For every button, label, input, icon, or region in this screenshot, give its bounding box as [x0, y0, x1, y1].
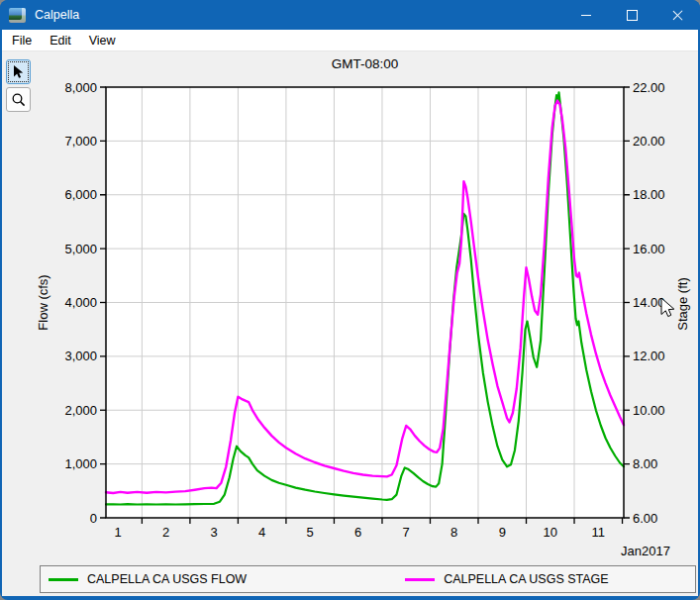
left-tick-label: 5,000 — [64, 242, 97, 256]
x-tick-label: 6 — [354, 525, 361, 540]
caption-buttons — [563, 0, 700, 30]
x-tick-label: 1 — [115, 525, 122, 540]
minimize-button[interactable] — [563, 0, 609, 30]
close-icon — [672, 10, 683, 21]
x-tick-label: 10 — [544, 525, 557, 540]
plot-area[interactable] — [106, 87, 624, 518]
maximize-icon — [627, 10, 638, 21]
chart-panel: 01,0002,0003,0004,0005,0006,0007,0008,00… — [2, 51, 698, 596]
maximize-button[interactable] — [609, 0, 654, 30]
pointer-tool-button[interactable] — [6, 59, 31, 84]
right-tick-label: 6.00 — [633, 511, 657, 526]
close-button[interactable] — [654, 0, 700, 30]
x-tick-label: 5 — [307, 525, 314, 540]
x-tick-label: 7 — [403, 525, 410, 540]
menubar: File Edit View — [2, 30, 698, 51]
stage-line-swatch — [405, 578, 435, 581]
legend-item-flow: CALPELLA CA USGS FLOW — [49, 572, 247, 586]
window-title: Calpella — [35, 8, 79, 22]
right-tick-label: 12.00 — [633, 349, 665, 363]
left-tick-label: 0 — [90, 511, 97, 526]
chart: 01,0002,0003,0004,0005,0006,0007,0008,00… — [0, 0, 700, 600]
right-tick-label: 10.00 — [633, 403, 665, 418]
flow-line-swatch — [49, 578, 78, 581]
magnifier-icon — [11, 92, 27, 108]
app-window: Calpella File Edit View 01,0002,0003,000… — [0, 0, 700, 600]
x-tick-label: 4 — [258, 525, 265, 540]
x-tick-label: 3 — [211, 525, 218, 540]
left-tick-label: 4,000 — [64, 295, 97, 310]
chart-title: GMT-08:00 — [332, 56, 399, 71]
menu-item-file[interactable]: File — [4, 32, 40, 50]
right-tick-label: 20.00 — [633, 134, 665, 149]
chart-legend: CALPELLA CA USGS FLOW CALPELLA CA USGS S… — [40, 565, 696, 593]
zoom-tool-button[interactable] — [6, 87, 31, 112]
right-tick-label: 22.00 — [633, 80, 665, 95]
legend-item-stage: CALPELLA CA USGS STAGE — [405, 572, 609, 586]
titlebar[interactable]: Calpella — [0, 0, 700, 30]
menu-item-edit[interactable]: Edit — [42, 32, 79, 50]
left-tick-label: 2,000 — [64, 403, 97, 418]
x-tick-label: 11 — [592, 525, 606, 540]
app-icon — [9, 8, 26, 23]
x-axis-corner-label: Jan2017 — [621, 544, 670, 558]
right-tick-label: 18.00 — [633, 187, 665, 202]
legend-label-flow: CALPELLA CA USGS FLOW — [87, 572, 247, 586]
x-tick-label: 2 — [162, 525, 169, 540]
pointer-icon — [11, 64, 26, 79]
left-tick-label: 8,000 — [64, 80, 97, 95]
menu-item-view[interactable]: View — [81, 32, 124, 50]
left-tick-label: 6,000 — [64, 187, 97, 202]
legend-label-stage: CALPELLA CA USGS STAGE — [444, 572, 609, 586]
left-axis-title: Flow (cfs) — [36, 274, 50, 330]
x-tick-label: 8 — [450, 525, 457, 540]
left-tick-label: 3,000 — [64, 349, 97, 363]
left-tick-label: 1,000 — [64, 456, 97, 471]
mouse-cursor-icon — [661, 298, 674, 317]
minimize-icon — [581, 15, 591, 16]
right-tick-label: 8.00 — [633, 456, 657, 471]
right-axis-title: Stage (ft) — [675, 277, 690, 330]
right-tick-label: 16.00 — [633, 242, 665, 256]
left-tick-label: 7,000 — [64, 134, 97, 149]
right-tick-label: 14.00 — [633, 295, 665, 310]
x-tick-label: 9 — [499, 525, 506, 540]
